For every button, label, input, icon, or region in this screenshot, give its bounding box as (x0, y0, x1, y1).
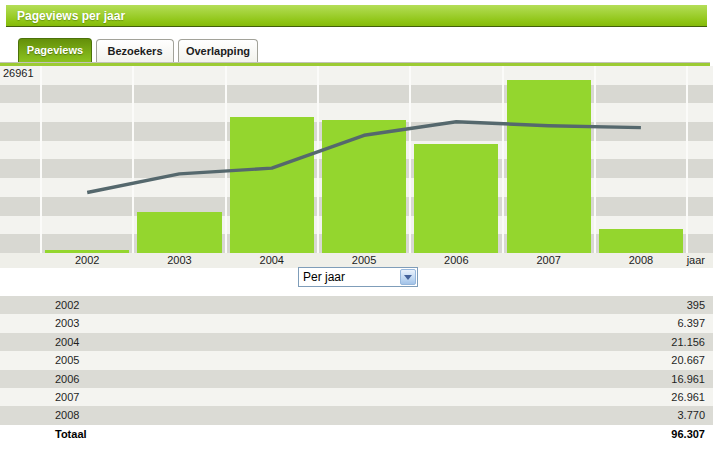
tab-bezoekers[interactable]: Bezoekers (96, 39, 174, 62)
x-tick-2003: 2003 (167, 254, 191, 266)
row-label: 2002 (55, 296, 79, 314)
panel-title-text: Pageviews per jaar (17, 9, 125, 23)
trend-line (0, 66, 713, 253)
row-label: 2004 (55, 333, 79, 351)
row-value: 6.397 (677, 314, 705, 332)
yearly-table: 200239520036.397200421.156200520.6672006… (0, 296, 713, 443)
panel-title: Pageviews per jaar (6, 5, 707, 27)
row-label: 2007 (55, 388, 79, 406)
table-row-2006: 200616.961 (0, 370, 713, 388)
table-row-2003: 20036.397 (0, 314, 713, 332)
x-tick-2005: 2005 (352, 254, 376, 266)
x-axis-suffix: jaar (687, 254, 705, 266)
tab-bar: PageviewsBezoekersOverlapping (0, 38, 713, 62)
table-row-2007: 200726.961 (0, 388, 713, 406)
row-label: 2008 (55, 406, 79, 424)
x-tick-2008: 2008 (629, 254, 653, 266)
period-select[interactable]: Per jaar (298, 267, 418, 287)
row-value: 16.961 (671, 370, 705, 388)
x-tick-2006: 2006 (444, 254, 468, 266)
pageviews-panel: Pageviews per jaar PageviewsBezoekersOve… (0, 0, 713, 454)
tab-pageviews[interactable]: Pageviews (18, 38, 92, 63)
row-value: 96.307 (671, 425, 705, 443)
row-label: Totaal (55, 425, 87, 443)
table-row-2005: 200520.667 (0, 351, 713, 369)
x-tick-2002: 2002 (75, 254, 99, 266)
row-label: 2003 (55, 314, 79, 332)
table-row-2004: 200421.156 (0, 333, 713, 351)
x-tick-2004: 2004 (260, 254, 284, 266)
table-row-total: Totaal96.307 (0, 425, 713, 443)
row-value: 26.961 (671, 388, 705, 406)
x-axis: jaar 2002200320042005200620072008 (0, 253, 713, 268)
table-row-2008: 20083.770 (0, 406, 713, 424)
row-value: 3.770 (677, 406, 705, 424)
row-value: 21.156 (671, 333, 705, 351)
tab-overlapping[interactable]: Overlapping (178, 39, 258, 62)
row-label: 2006 (55, 370, 79, 388)
chart-area: 26961 (0, 66, 713, 253)
table-row-2002: 2002395 (0, 296, 713, 314)
chevron-down-icon[interactable] (400, 269, 416, 285)
row-label: 2005 (55, 351, 79, 369)
row-value: 395 (687, 296, 705, 314)
period-select-value: Per jaar (303, 270, 345, 284)
x-tick-2007: 2007 (536, 254, 560, 266)
row-value: 20.667 (671, 351, 705, 369)
